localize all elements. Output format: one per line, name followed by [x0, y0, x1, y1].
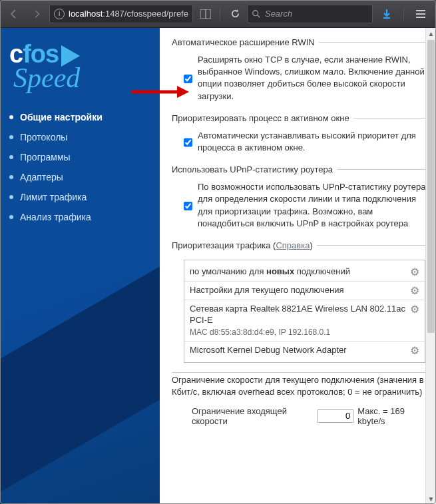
rwin-description: Расширять окно TCP в случае, если значен…	[198, 54, 427, 103]
info-icon[interactable]: i	[54, 9, 65, 19]
sidebar-item-adapters[interactable]: Адаптеры	[0, 167, 160, 187]
prio-label: по умолчанию для новых подключений	[190, 266, 406, 278]
incoming-limit-input[interactable]	[318, 409, 353, 423]
section-upnp: Использовать UPnP-статистику роутера По …	[172, 164, 428, 231]
section-legend: Автоматическое расширение RWIN	[172, 37, 319, 47]
incoming-limit-max: Макс. = 169 kbyte/s	[357, 406, 428, 426]
scroll-up-icon[interactable]: ▲	[426, 28, 436, 39]
prio-label: Microsoft Kernel Debug Network Adapter	[190, 344, 406, 356]
download-button[interactable]	[375, 5, 398, 23]
search-placeholder: Search	[265, 9, 292, 19]
toolbar-divider	[220, 7, 220, 21]
reload-button[interactable]	[227, 5, 244, 23]
sidebar-item-label: Общие настройки	[20, 112, 103, 123]
sidebar-item-label: Лимит трафика	[20, 192, 87, 202]
prio-row-adapter-wifi[interactable]: Сетевая карта Realtek 8821AE Wireless LA…	[184, 300, 425, 342]
svg-point-2	[253, 10, 258, 15]
sidebar-item-general[interactable]: Общие настройки	[0, 107, 160, 127]
gear-icon[interactable]: ⚙	[410, 344, 419, 357]
sidebar-item-programs[interactable]: Программы	[0, 147, 160, 167]
prio-label: Сетевая карта Realtek 8821AE Wireless LA…	[190, 303, 406, 338]
toolbar-divider-2	[403, 7, 404, 21]
section-prioritization: Приоритезация трафика (Справка) по умолч…	[172, 240, 428, 363]
hamburger-menu-button[interactable]	[409, 5, 432, 23]
sidebar-item-label: Протоколы	[20, 132, 67, 142]
upnp-checkbox[interactable]	[184, 182, 192, 230]
section-legend: Использовать UPnP-статистику роутера	[172, 164, 337, 174]
prio-row-current[interactable]: Настройки для текущего подключения ⚙	[184, 282, 425, 300]
section-speed-limit: Ограничение скорости для текущего подклю…	[172, 372, 428, 426]
back-button[interactable]	[4, 5, 24, 23]
page-body: cfos Speed Общие настройки Протоколы Про…	[0, 28, 436, 504]
active-window-checkbox[interactable]	[184, 131, 192, 154]
section-active-window: Приоритезировать процесс в активном окне…	[172, 113, 428, 155]
svg-marker-9	[177, 86, 189, 98]
search-icon	[252, 9, 261, 19]
section-rwin: Автоматическое расширение RWIN Расширять…	[172, 37, 428, 104]
incoming-limit-label: Ограничение входящей скорости	[192, 406, 314, 426]
sidebar-item-traffic-limit[interactable]: Лимит трафика	[0, 187, 160, 207]
help-link[interactable]: Справка	[276, 240, 310, 250]
gear-icon[interactable]: ⚙	[410, 284, 419, 297]
sidebar: cfos Speed Общие настройки Протоколы Про…	[0, 28, 160, 504]
sidebar-decoration	[0, 236, 160, 504]
address-bar[interactable]: i localhost:1487/cfosspeed/prefe	[49, 5, 193, 23]
scrollbar[interactable]: ▲ ▼	[425, 28, 436, 504]
svg-line-3	[258, 15, 260, 17]
upnp-description: По возможности использовать UPnP-статист…	[198, 181, 427, 230]
sidebar-item-traffic-analysis[interactable]: Анализ трафика	[0, 207, 160, 227]
url-text: localhost:1487/cfosspeed/prefe	[69, 9, 188, 19]
prio-row-adapter-debug[interactable]: Microsoft Kernel Debug Network Adapter ⚙	[184, 342, 425, 360]
sidebar-item-label: Анализ трафика	[20, 212, 91, 222]
scroll-down-icon[interactable]: ▼	[426, 493, 436, 504]
logo-text-speed: Speed	[13, 62, 150, 94]
scroll-thumb[interactable]	[427, 40, 435, 333]
annotation-arrow-icon	[132, 85, 190, 99]
prio-row-default[interactable]: по умолчанию для новых подключений ⚙	[184, 263, 425, 282]
reader-mode-icon[interactable]	[197, 5, 214, 23]
gear-icon[interactable]: ⚙	[410, 266, 419, 278]
section-legend: Приоритезировать процесс в активном окне	[172, 113, 353, 123]
prioritization-list: по умолчанию для новых подключений ⚙ Нас…	[184, 260, 425, 363]
active-window-description: Автоматически устанавливать высокий прио…	[198, 130, 427, 154]
forward-button[interactable]	[27, 5, 47, 23]
sidebar-item-label: Программы	[20, 152, 71, 162]
main-content: Автоматическое расширение RWIN Расширять…	[160, 28, 436, 504]
speed-limit-title: Ограничение скорости для текущего подклю…	[172, 372, 428, 406]
gear-icon[interactable]: ⚙	[410, 303, 419, 316]
section-legend: Приоритезация трафика (Справка)	[172, 240, 317, 250]
browser-toolbar: i localhost:1487/cfosspeed/prefe Search	[0, 0, 436, 28]
sidebar-nav: Общие настройки Протоколы Программы Адап…	[0, 102, 160, 227]
search-box[interactable]: Search	[247, 5, 373, 23]
prio-label: Настройки для текущего подключения	[190, 284, 406, 296]
sidebar-item-label: Адаптеры	[20, 172, 63, 182]
sidebar-item-protocols[interactable]: Протоколы	[0, 127, 160, 147]
